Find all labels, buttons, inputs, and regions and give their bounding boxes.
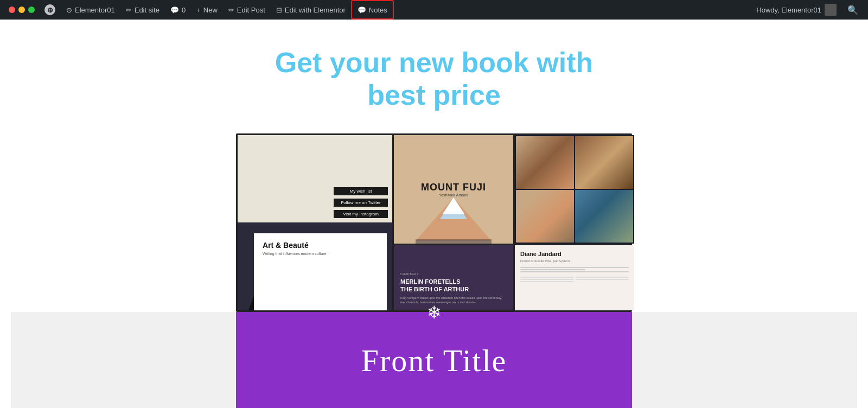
art-top: My wish list Follow me on Twitter Visit … (238, 135, 392, 223)
diane-line-3 (520, 271, 629, 272)
diane-col-2 (576, 277, 629, 282)
fuji-title: MOUNT FUJI (421, 182, 486, 193)
plus-icon: + (196, 6, 201, 14)
book-grid: My wish list Follow me on Twitter Visit … (236, 133, 632, 312)
edit-site-label: Edit site (135, 6, 159, 14)
art-beaute-card: Art & Beauté Writing that influences mod… (254, 233, 387, 310)
diane-cell: Diane Jandard French Nouvelle Vibe, par … (515, 245, 634, 310)
comments-count: 0 (182, 6, 186, 14)
photo-thumb-3 (516, 190, 574, 243)
notes-button[interactable]: 💬 Notes (351, 0, 394, 20)
comments-button[interactable]: 💬 0 (165, 0, 191, 20)
howdy-item: Howdy, Elementor01 (751, 0, 842, 20)
svg-rect-4 (416, 239, 492, 244)
instagram-btn[interactable]: Visit my Instagram (334, 210, 388, 218)
edit-site-button[interactable]: ✏ Edit site (120, 0, 165, 20)
art-beaute-cell: My wish list Follow me on Twitter Visit … (238, 135, 392, 310)
wp-icon: ⊕ (44, 4, 55, 15)
merlin-chapter: CHAPTER 1 (400, 272, 507, 276)
maximize-button[interactable] (28, 7, 35, 13)
edit-post-button[interactable]: ✏ Edit Post (223, 0, 271, 20)
snowflake-icon: ❄ (427, 302, 442, 323)
diane-content-lines (520, 267, 629, 272)
search-button[interactable]: 🔍 (842, 0, 864, 20)
avatar (825, 4, 837, 16)
art-beaute-subtitle: Writing that influences modern culture (263, 252, 378, 256)
edit-post-icon: ✏ (228, 6, 234, 14)
diane-grid (520, 277, 629, 282)
diane-line-2 (520, 269, 585, 270)
site-icon: ⊙ (66, 6, 72, 14)
headline-line1: Get your new book with (275, 47, 593, 78)
diane-mini-line-1 (520, 277, 574, 278)
wp-logo-button[interactable]: ⊕ (39, 0, 61, 20)
edit-post-label: Edit Post (237, 6, 265, 14)
diane-mini-line-5 (576, 279, 629, 280)
diane-title: Diane Jandard (520, 251, 629, 257)
edit-elementor-button[interactable]: ⊟ Edit with Elementor (271, 0, 351, 20)
edit-elementor-label: Edit with Elementor (285, 6, 346, 14)
fuji-mountain-svg (410, 195, 497, 244)
photo-thumb-2 (575, 136, 633, 189)
comment-icon: 💬 (170, 6, 179, 14)
merlin-text: King Vortigern called upon the wizard to… (400, 296, 507, 304)
howdy-label: Howdy, Elementor01 (756, 6, 821, 14)
diane-mini-line-2 (520, 279, 574, 280)
purple-card: ❄ Front Title (236, 312, 632, 408)
pencil-icon: ✏ (126, 6, 132, 14)
diane-line-1 (520, 267, 629, 268)
new-label: New (203, 6, 218, 14)
site-name-button[interactable]: ⊙ Elementor01 (61, 0, 120, 20)
diane-mini-line-3 (520, 281, 574, 282)
headline: Get your new book with best price (275, 47, 593, 112)
art-bottom: Art & Beauté Writing that influences mod… (238, 222, 392, 310)
diane-subtitle: French Nouvelle Vibe, par System (520, 259, 629, 263)
bottom-section: ❄ Front Title (11, 312, 857, 408)
front-title: Front Title (361, 342, 507, 379)
close-button[interactable] (9, 7, 15, 13)
art-beaute-title: Art & Beauté (263, 241, 378, 250)
admin-bar: ⊕ ⊙ Elementor01 ✏ Edit site 💬 0 + New ✏ … (0, 0, 868, 20)
wishlist-btn[interactable]: My wish list (334, 187, 388, 195)
notes-label: Notes (369, 6, 387, 14)
mount-fuji-cell: MOUNT FUJI Yoshitaka Amano (394, 135, 513, 244)
main-content: Get your new book with best price My wis… (0, 20, 868, 408)
elementor-icon: ⊟ (276, 6, 282, 14)
photo-collage-cell (515, 135, 634, 244)
site-name-label: Elementor01 (75, 6, 115, 14)
merlin-title: MERLIN FORETELLS THE BIRTH OF ARTHUR (400, 278, 507, 294)
new-button[interactable]: + New (191, 0, 223, 20)
photo-thumb-1 (516, 136, 574, 189)
twitter-btn[interactable]: Follow me on Twitter (334, 199, 388, 207)
search-icon: 🔍 (847, 5, 858, 15)
diane-mini-line-4 (576, 277, 629, 278)
headline-line2: best price (367, 79, 501, 111)
minimize-button[interactable] (18, 7, 25, 13)
notes-icon: 💬 (358, 6, 366, 14)
merlin-cell: CHAPTER 1 MERLIN FORETELLS THE BIRTH OF … (394, 245, 513, 310)
photo-thumb-4 (575, 190, 633, 243)
diane-col-1 (520, 277, 574, 282)
traffic-lights (4, 7, 39, 13)
